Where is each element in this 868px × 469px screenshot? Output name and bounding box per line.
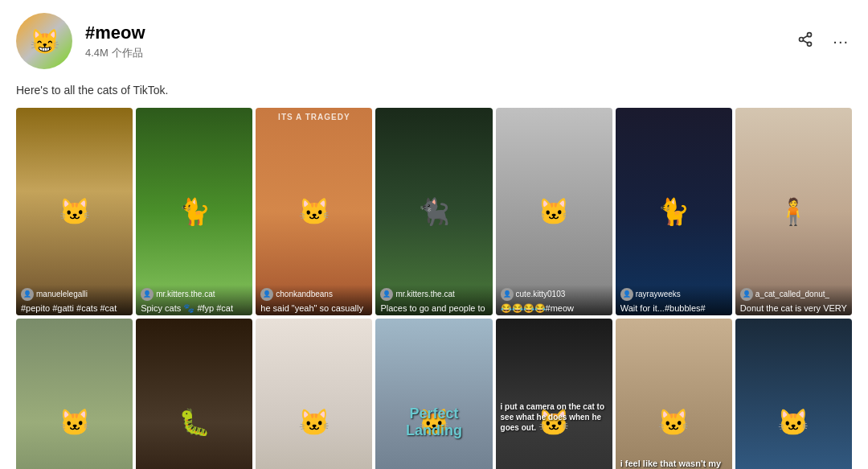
header-actions: ··· bbox=[794, 28, 852, 55]
video-info-overlay: 👤a_cat_called_donut_Donut the cat is ver… bbox=[735, 285, 852, 315]
creator-avatar: 👤 bbox=[740, 288, 753, 301]
video-username-row: 👤cute.kitty0103 bbox=[501, 288, 608, 301]
avatar-image: 😸 bbox=[16, 13, 72, 69]
video-info-overlay: 👤chonkandbeanshe said "yeah" so casually bbox=[256, 285, 372, 315]
avatar: 😸 bbox=[16, 13, 72, 69]
video-thumbnail: 🐱 bbox=[375, 319, 492, 469]
cat-emoji: 🐈 bbox=[657, 196, 690, 227]
video-caption: he said "yeah" so casually bbox=[260, 302, 367, 314]
creator-username[interactable]: mr.kitters.the.cat bbox=[395, 290, 454, 298]
creator-avatar: 👤 bbox=[260, 288, 273, 301]
video-card[interactable]: 🐱i put a camera on the cat to see what h… bbox=[496, 319, 612, 469]
video-username-row: 👤a_cat_called_donut_ bbox=[740, 288, 847, 301]
creator-avatar: 👤 bbox=[141, 288, 154, 301]
video-card[interactable]: 🐱👤laurayaki08Hes standing like: 🕴 bbox=[256, 319, 372, 469]
cat-emoji: 🐛 bbox=[178, 407, 211, 438]
video-thumbnail: 🐱 bbox=[735, 319, 852, 469]
video-grid: 🐱👤manuelelegalli#pepito #gatti #cats #ca… bbox=[0, 108, 868, 469]
video-caption: 😂😂😂😂#meow bbox=[501, 302, 608, 314]
svg-point-0 bbox=[808, 32, 812, 36]
video-card[interactable]: 🐱ITS A TRAGEDY👤chonkandbeanshe said "yea… bbox=[256, 108, 372, 315]
video-caption: Places to go and people to bbox=[380, 302, 487, 314]
video-thumbnail: 🐱 bbox=[616, 319, 732, 469]
video-thumbnail: 🐱 bbox=[496, 319, 612, 469]
svg-point-1 bbox=[800, 37, 804, 41]
video-card[interactable]: 🧍👤a_cat_called_donut_Donut the cat is ve… bbox=[735, 108, 852, 315]
video-thumbnail: 🐛 bbox=[136, 319, 252, 469]
video-card[interactable]: 🐱👤blind_cat_dmitriMama? Where are you? 🦮 bbox=[16, 319, 133, 469]
video-card[interactable]: 🐈👤mr.kitters.the.catSpicy cats 🐾 #fyp #c… bbox=[136, 108, 252, 315]
creator-avatar: 👤 bbox=[380, 288, 393, 301]
video-username-row: 👤chonkandbeans bbox=[260, 288, 367, 301]
video-caption: Donut the cat is very VERY bbox=[740, 302, 847, 314]
cat-emoji: 🐱 bbox=[777, 407, 809, 438]
video-card[interactable]: 🐱👤manuelelegalli#pepito #gatti #cats #ca… bbox=[16, 108, 133, 315]
header-info: #meow 4.4M 个作品 bbox=[85, 23, 794, 60]
cat-emoji: 🐱 bbox=[538, 196, 570, 227]
more-button[interactable]: ··· bbox=[829, 29, 852, 54]
video-username-row: 👤mr.kitters.the.cat bbox=[141, 288, 248, 301]
creator-avatar: 👤 bbox=[620, 288, 633, 301]
creator-username[interactable]: rayrayweeks bbox=[636, 290, 681, 298]
video-card[interactable]: 🐱i feel like that wasn't my best friend … bbox=[616, 319, 732, 469]
video-card[interactable]: 🐱👤smolroDing dong #cat #cats bbox=[735, 319, 852, 469]
cat-emoji: 🧍 bbox=[777, 196, 809, 227]
description: Here's to all the cats of TikTok. bbox=[0, 79, 868, 108]
video-info-overlay: 👤manuelelegalli#pepito #gatti #cats #cat bbox=[16, 285, 133, 315]
video-username-row: 👤mr.kitters.the.cat bbox=[380, 288, 487, 301]
video-card[interactable]: 🐛👤firdausbaharuddinndengar kucing borak … bbox=[136, 319, 252, 469]
creator-username[interactable]: a_cat_called_donut_ bbox=[755, 290, 829, 298]
video-thumbnail: 🐱 bbox=[256, 319, 372, 469]
video-card[interactable]: 🐱👤cute.kitty0103😂😂😂😂#meow bbox=[496, 108, 612, 315]
video-username-row: 👤rayrayweeks bbox=[620, 288, 727, 301]
video-overlay-text: i put a camera on the cat to see what he… bbox=[501, 401, 608, 433]
cat-emoji: 🐱 bbox=[59, 196, 91, 227]
video-caption: #pepito #gatti #cats #cat bbox=[21, 302, 128, 314]
video-center-text: Perfect Landing bbox=[405, 405, 464, 439]
creator-avatar: 👤 bbox=[21, 288, 34, 301]
video-info-overlay: 👤cute.kitty0103😂😂😂😂#meow bbox=[496, 285, 612, 315]
creator-username[interactable]: manuelelegalli bbox=[36, 290, 88, 298]
cat-emoji: 🐈 bbox=[178, 196, 211, 227]
creator-username[interactable]: mr.kitters.the.cat bbox=[156, 290, 215, 298]
video-info-overlay: 👤mr.kitters.the.catSpicy cats 🐾 #fyp #ca… bbox=[136, 285, 252, 315]
video-card[interactable]: 🐱Perfect Landing👤ivartheblindcatand...Su… bbox=[375, 319, 492, 469]
svg-line-3 bbox=[803, 40, 808, 43]
video-username-row: 👤manuelelegalli bbox=[21, 288, 128, 301]
video-thumbnail: 🐱 bbox=[16, 319, 133, 469]
cat-emoji: 🐱 bbox=[298, 196, 330, 227]
video-overlay-text2: i feel like that wasn't my best friend t… bbox=[620, 459, 727, 469]
share-button[interactable] bbox=[794, 28, 817, 55]
svg-line-4 bbox=[803, 35, 808, 38]
cat-emoji: 🐱 bbox=[298, 407, 330, 438]
creator-username[interactable]: chonkandbeans bbox=[276, 290, 333, 298]
video-row-2: 🐱👤blind_cat_dmitriMama? Where are you? 🦮… bbox=[16, 319, 852, 469]
cat-emoji: 🐈‍⬛ bbox=[418, 196, 450, 227]
video-card[interactable]: 🐈‍⬛👤mr.kitters.the.catPlaces to go and p… bbox=[375, 108, 492, 315]
cat-emoji: 🐱 bbox=[59, 407, 91, 438]
svg-point-2 bbox=[808, 42, 812, 46]
video-caption: Wait for it...#bubbles# bbox=[620, 302, 727, 314]
cat-emoji: 🐱 bbox=[657, 407, 690, 438]
creator-username[interactable]: cute.kitty0103 bbox=[516, 290, 566, 298]
video-card[interactable]: 🐈👤rayrayweeksWait for it...#bubbles# bbox=[616, 108, 732, 315]
work-count: 4.4M 个作品 bbox=[85, 46, 794, 60]
video-info-overlay: 👤rayrayweeksWait for it...#bubbles# bbox=[616, 285, 732, 315]
video-row-1: 🐱👤manuelelegalli#pepito #gatti #cats #ca… bbox=[16, 108, 852, 315]
video-watermark: ITS A TRAGEDY bbox=[256, 113, 372, 121]
creator-avatar: 👤 bbox=[501, 288, 514, 301]
page-title: #meow bbox=[85, 23, 794, 43]
video-info-overlay: 👤mr.kitters.the.catPlaces to go and peop… bbox=[375, 285, 492, 315]
video-caption: Spicy cats 🐾 #fyp #cat bbox=[141, 302, 248, 314]
header: 😸 #meow 4.4M 个作品 ··· bbox=[0, 0, 868, 79]
